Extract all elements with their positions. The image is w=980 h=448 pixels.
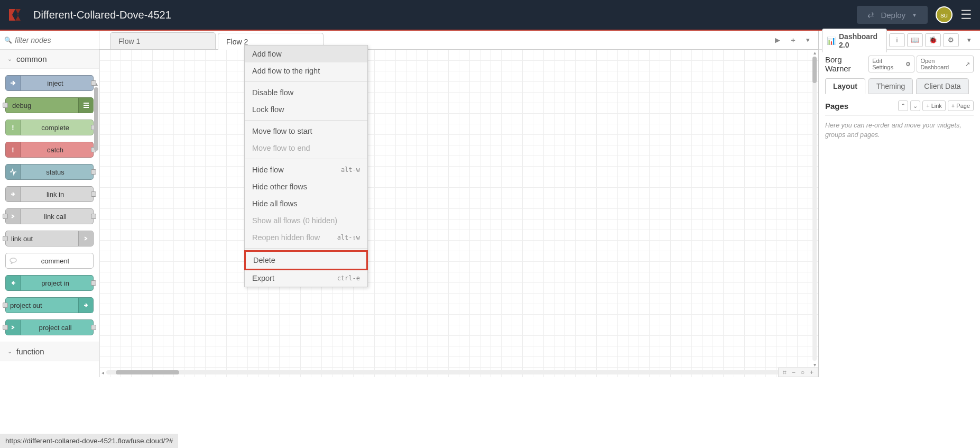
node-label: inject bbox=[21, 79, 93, 87]
canvas-footer-tools: ⌗ − ○ + bbox=[778, 368, 818, 377]
menu-export[interactable]: Exportctrl-e bbox=[245, 270, 367, 287]
add-link-button[interactable]: + Link bbox=[922, 100, 946, 111]
input-port bbox=[3, 214, 8, 219]
expand-all-button[interactable]: ⌄ bbox=[910, 100, 920, 111]
exclaim-icon: ! bbox=[6, 142, 21, 157]
node-label: catch bbox=[21, 146, 93, 154]
node-link-out[interactable]: link out bbox=[5, 231, 94, 246]
rside-tab-client-data[interactable]: Client Data bbox=[916, 78, 968, 94]
flow-tabs: Flow 1 Flow 2 ▶ ＋ ▾ bbox=[99, 31, 818, 50]
status-bar: https://different-collared-dove-4521.flo… bbox=[0, 434, 178, 448]
input-port bbox=[3, 325, 8, 330]
node-palette: 🔍 ⌄ common inject debug ! complete bbox=[0, 31, 99, 377]
right-sidebar: 📊 Dashboard 2.0 i 📖 🐞 ⚙ ▾ Borg Warner Ed… bbox=[818, 31, 980, 377]
node-label: project call bbox=[21, 324, 93, 332]
menu-lock-flow[interactable]: Lock flow bbox=[245, 101, 367, 118]
deploy-button[interactable]: ⇄ Deploy ▼ bbox=[857, 6, 928, 24]
tab-flow-1[interactable]: Flow 1 bbox=[110, 32, 216, 49]
project-out-icon bbox=[78, 298, 93, 313]
node-inject[interactable]: inject bbox=[5, 75, 94, 91]
node-complete[interactable]: ! complete bbox=[5, 120, 94, 135]
comment-icon bbox=[6, 253, 21, 268]
filter-nodes-input[interactable] bbox=[15, 36, 95, 44]
play-icon[interactable]: ▶ bbox=[772, 34, 783, 46]
palette-scrollbar[interactable]: ▴ bbox=[94, 81, 99, 377]
node-label: status bbox=[21, 168, 93, 176]
gear-icon: ⚙ bbox=[905, 61, 911, 68]
node-project-in[interactable]: project in bbox=[5, 275, 94, 291]
canvas-scroll-horizontal[interactable]: ◂ ▸ bbox=[99, 368, 811, 377]
list-icon bbox=[78, 98, 93, 113]
canvas-scroll-vertical[interactable]: ▴▾ bbox=[811, 50, 818, 368]
hamburger-menu-icon[interactable]: ☰ bbox=[960, 7, 972, 22]
category-common[interactable]: ⌄ common bbox=[0, 50, 99, 69]
user-avatar[interactable]: su bbox=[936, 6, 953, 23]
dashboard-project-name: Borg Warner bbox=[825, 55, 868, 73]
navigator-icon[interactable]: ⌗ bbox=[781, 369, 789, 376]
sidebar-main-tab-label: Dashboard 2.0 bbox=[839, 32, 882, 49]
menu-hide-other[interactable]: Hide other flows bbox=[245, 178, 367, 195]
add-flow-icon[interactable]: ＋ bbox=[787, 33, 800, 47]
category-label: common bbox=[16, 54, 47, 63]
sidebar-main-tab[interactable]: 📊 Dashboard 2.0 bbox=[822, 29, 887, 52]
flow-canvas[interactable] bbox=[99, 50, 818, 377]
node-label: link out bbox=[6, 235, 78, 243]
project-in-icon bbox=[6, 276, 21, 290]
node-label: complete bbox=[21, 124, 93, 132]
menu-disable-flow[interactable]: Disable flow bbox=[245, 84, 367, 101]
menu-add-flow-right[interactable]: Add flow to the right bbox=[245, 62, 367, 79]
menu-hide-flow[interactable]: Hide flowalt-w bbox=[245, 161, 367, 178]
menu-move-start[interactable]: Move flow to start bbox=[245, 123, 367, 140]
chevron-down-icon: ⌄ bbox=[7, 56, 12, 62]
menu-move-end: Move flow to end bbox=[245, 140, 367, 157]
chevron-down-icon: ⌄ bbox=[7, 348, 12, 355]
svg-point-0 bbox=[10, 258, 16, 262]
link-call-icon bbox=[6, 209, 21, 224]
deploy-label: Deploy bbox=[881, 11, 905, 20]
node-label: link call bbox=[21, 213, 93, 221]
tabs-menu-caret-icon[interactable]: ▾ bbox=[803, 34, 813, 46]
search-icon: 🔍 bbox=[4, 36, 12, 44]
workspace: Flow 1 Flow 2 ▶ ＋ ▾ ▴▾ ◂ ▸ ⌗ − ○ + bbox=[99, 31, 818, 377]
exclaim-icon: ! bbox=[6, 120, 21, 135]
deploy-icon: ⇄ bbox=[867, 10, 874, 20]
category-function[interactable]: ⌄ function bbox=[0, 342, 99, 361]
help-button[interactable]: 📖 bbox=[907, 33, 923, 47]
sidebar-menu-caret-icon[interactable]: ▾ bbox=[961, 33, 977, 47]
rside-tab-layout[interactable]: Layout bbox=[825, 78, 865, 94]
node-project-call[interactable]: project call bbox=[5, 319, 94, 335]
debug-button[interactable]: 🐞 bbox=[925, 33, 941, 47]
caret-down-icon: ▼ bbox=[912, 12, 917, 18]
menu-add-flow[interactable]: Add flow bbox=[245, 45, 367, 62]
edit-settings-button[interactable]: Edit Settings⚙ bbox=[868, 56, 914, 72]
node-label: project out bbox=[6, 301, 78, 309]
node-catch[interactable]: ! catch bbox=[5, 142, 94, 158]
input-port bbox=[3, 303, 8, 308]
app-title: Different-Collared-Dove-4521 bbox=[33, 9, 857, 21]
node-comment[interactable]: comment bbox=[5, 253, 94, 269]
zoom-in-icon[interactable]: + bbox=[808, 369, 816, 376]
node-project-out[interactable]: project out bbox=[5, 297, 94, 313]
zoom-reset-icon[interactable]: ○ bbox=[799, 369, 807, 376]
link-in-icon bbox=[6, 187, 21, 202]
category-label: function bbox=[16, 347, 44, 356]
node-debug[interactable]: debug bbox=[5, 97, 94, 113]
config-button[interactable]: ⚙ bbox=[943, 33, 959, 47]
zoom-out-icon[interactable]: − bbox=[790, 369, 798, 376]
app-header: Different-Collared-Dove-4521 ⇄ Deploy ▼ … bbox=[0, 0, 980, 31]
node-link-call[interactable]: link call bbox=[5, 208, 94, 224]
input-port bbox=[3, 236, 8, 241]
menu-delete[interactable]: Delete bbox=[244, 250, 368, 270]
menu-hide-all[interactable]: Hide all flows bbox=[245, 195, 367, 212]
info-button[interactable]: i bbox=[889, 33, 905, 47]
filter-nodes-box: 🔍 bbox=[0, 31, 99, 50]
collapse-all-button[interactable]: ⌃ bbox=[898, 100, 908, 111]
logo-icon bbox=[8, 7, 23, 22]
open-dashboard-button[interactable]: Open Dashboard↗ bbox=[917, 56, 974, 72]
add-page-button[interactable]: + Page bbox=[948, 100, 974, 111]
pulse-icon bbox=[6, 164, 21, 179]
node-link-in[interactable]: link in bbox=[5, 186, 94, 202]
node-status[interactable]: status bbox=[5, 164, 94, 180]
rside-tab-theming[interactable]: Theming bbox=[868, 78, 913, 94]
menu-reopen: Reopen hidden flowalt-⇧w bbox=[245, 229, 367, 246]
